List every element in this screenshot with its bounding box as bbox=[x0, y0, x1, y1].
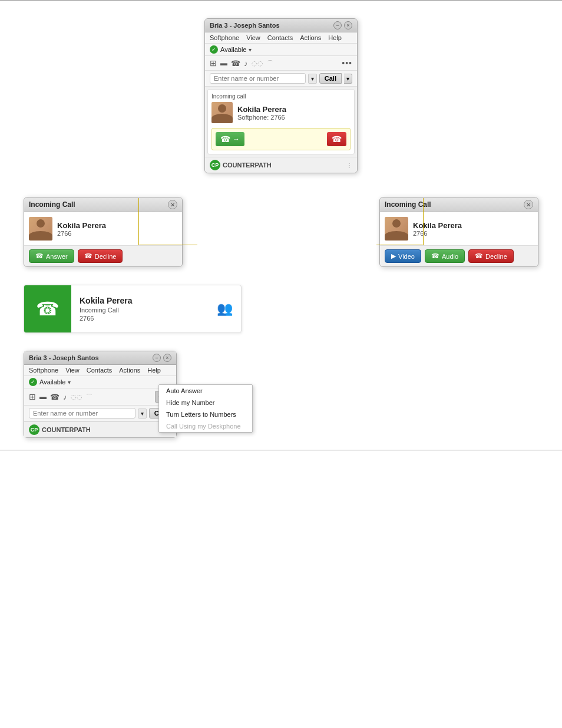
call-forward-icon[interactable]: ⌒ bbox=[267, 59, 273, 68]
voicemail-icon[interactable]: ◌◌ bbox=[252, 60, 263, 67]
bottom-menu-actions[interactable]: Actions bbox=[119, 367, 140, 374]
notification-banner: ☎ Kokila Perera Incoming Call 2766 👥 bbox=[24, 285, 242, 333]
bottom-speaker-icon[interactable]: ♪ bbox=[63, 393, 67, 401]
status-bar: Available ▾ bbox=[205, 44, 357, 56]
banner-icon-area: ☎ bbox=[24, 285, 71, 332]
bottom-softphone-window: Bria 3 - Joseph Santos − × Softphone Vie… bbox=[24, 351, 177, 438]
top-section: Bria 3 - Joseph Santos − × Softphone Vie… bbox=[0, 1, 562, 185]
speaker-icon[interactable]: ♪ bbox=[244, 59, 248, 68]
bottom-dial-dropdown-arrow[interactable]: ▾ bbox=[138, 409, 147, 419]
more-options-button[interactable]: ••• bbox=[342, 58, 352, 68]
bottom-menu-view[interactable]: View bbox=[65, 367, 80, 374]
menu-contacts[interactable]: Contacts bbox=[267, 34, 293, 41]
popup-audio-button[interactable]: ☎ Audio bbox=[425, 249, 465, 263]
bottom-minimize-button[interactable]: − bbox=[153, 354, 161, 362]
bottom-divider bbox=[0, 450, 562, 450]
status-dropdown-arrow[interactable]: ▾ bbox=[249, 47, 252, 53]
menu-softphone[interactable]: Softphone bbox=[210, 34, 239, 41]
popup-video-button[interactable]: ▶ Video bbox=[385, 249, 421, 263]
left-popup-buttons: ☎ Answer ☎ Decline bbox=[24, 245, 182, 266]
bottom-status-dropdown-arrow[interactable]: ▾ bbox=[68, 379, 71, 386]
bottom-status-label: Available bbox=[39, 378, 65, 386]
bottom-status-dot-icon bbox=[29, 378, 37, 386]
caller-avatar bbox=[211, 102, 233, 123]
popup-right-decline-button[interactable]: ☎ Decline bbox=[468, 249, 514, 263]
left-popup-title: Incoming Call bbox=[29, 200, 75, 209]
avatar-image bbox=[211, 102, 233, 123]
status-dot-icon bbox=[210, 45, 218, 54]
video-icon[interactable]: ▬ bbox=[220, 59, 227, 67]
right-popup-avatar bbox=[385, 217, 408, 241]
decline-button[interactable]: ☎ bbox=[327, 132, 346, 146]
banner-phone-icon: ☎ bbox=[36, 298, 59, 320]
left-popup-caller-name: Kokila Perera bbox=[57, 221, 106, 230]
bottom-video-icon[interactable]: ▬ bbox=[39, 393, 47, 401]
softphone-title: Bria 3 - Joseph Santos bbox=[210, 22, 280, 29]
close-button[interactable]: × bbox=[344, 21, 352, 29]
bottom-counterpath-logo: CP COUNTERPATH bbox=[29, 424, 91, 435]
dropdown-menu: Auto Answer Hide my Number Turn Letters … bbox=[158, 384, 253, 433]
main-softphone-window: Bria 3 - Joseph Santos − × Softphone Vie… bbox=[204, 18, 358, 173]
dropdown-turn-letters[interactable]: Turn Letters to Numbers bbox=[159, 409, 252, 420]
left-arrow-line bbox=[138, 198, 197, 245]
answer-arrow-icon: → bbox=[233, 135, 240, 143]
bottom-softphone-toolbar: ⊞ ▬ ☎ ♪ ◌◌ ⌒ ••• bbox=[24, 388, 176, 406]
counterpath-logo: CP COUNTERPATH bbox=[210, 160, 272, 170]
popup-right-decline-phone-icon: ☎ bbox=[475, 252, 483, 260]
popup-audio-phone-icon: ☎ bbox=[431, 252, 439, 260]
call-dropdown-button[interactable]: ▾ bbox=[344, 74, 352, 84]
dropdown-auto-answer[interactable]: Auto Answer bbox=[159, 385, 252, 397]
softphone-footer: CP COUNTERPATH ⋮ bbox=[205, 157, 357, 173]
softphone-menubar: Softphone View Contacts Actions Help bbox=[205, 32, 357, 44]
caller-name: Kokila Perera bbox=[237, 105, 286, 114]
left-popup-avatar-img bbox=[29, 217, 52, 241]
bottom-menu-softphone[interactable]: Softphone bbox=[29, 367, 58, 374]
bottom-softphone-title: Bria 3 - Joseph Santos bbox=[29, 354, 99, 361]
banner-section: ☎ Kokila Perera Incoming Call 2766 👥 bbox=[0, 279, 562, 345]
dialpad-icon[interactable]: ⊞ bbox=[210, 58, 217, 68]
popup-right-decline-label: Decline bbox=[485, 253, 507, 260]
minimize-button[interactable]: − bbox=[333, 21, 342, 29]
left-popup-caller-number: 2766 bbox=[57, 230, 106, 237]
popup-decline-button[interactable]: ☎ Decline bbox=[78, 249, 123, 263]
menu-view[interactable]: View bbox=[246, 34, 260, 41]
answer-button[interactable]: ☎ → bbox=[216, 132, 244, 146]
bottom-status-bar: Available ▾ bbox=[24, 376, 176, 388]
popup-video-icon: ▶ bbox=[391, 252, 396, 260]
dial-input[interactable] bbox=[210, 73, 306, 84]
bottom-voicemail-icon[interactable]: ◌◌ bbox=[71, 393, 82, 401]
bottom-menu-contacts[interactable]: Contacts bbox=[87, 367, 112, 374]
dropdown-hide-number[interactable]: Hide my Number bbox=[159, 397, 252, 409]
popup-answer-phone-icon: ☎ bbox=[35, 252, 44, 260]
bottom-cp-icon: CP bbox=[29, 424, 39, 435]
bottom-close-button[interactable]: × bbox=[163, 354, 171, 362]
left-popup-avatar bbox=[29, 217, 52, 241]
incoming-call-label: Incoming call bbox=[211, 93, 351, 100]
phone-icon[interactable]: ☎ bbox=[231, 59, 240, 68]
popup-video-label: Video bbox=[398, 253, 415, 260]
menu-actions[interactable]: Actions bbox=[300, 34, 321, 41]
bottom-brand-name: COUNTERPATH bbox=[42, 426, 91, 433]
bottom-window-buttons: − × bbox=[153, 354, 171, 362]
dial-dropdown-arrow[interactable]: ▾ bbox=[308, 74, 317, 84]
bottom-dialpad-icon[interactable]: ⊞ bbox=[29, 392, 36, 401]
caller-details: Kokila Perera Softphone: 2766 bbox=[237, 105, 286, 121]
bottom-dial-input[interactable] bbox=[29, 408, 135, 419]
popup-decline-phone-icon: ☎ bbox=[84, 252, 92, 260]
bottom-menu-help[interactable]: Help bbox=[147, 367, 161, 374]
menu-help[interactable]: Help bbox=[328, 34, 342, 41]
softphone-toolbar: ⊞ ▬ ☎ ♪ ◌◌ ⌒ ••• bbox=[205, 56, 357, 71]
bottom-dial-bar: ▾ Call bbox=[24, 406, 176, 421]
left-popup-caller-details: Kokila Perera 2766 bbox=[57, 221, 106, 237]
cp-icon: CP bbox=[210, 160, 220, 170]
right-popup-body: Kokila Perera 2766 bbox=[380, 212, 538, 245]
popup-answer-button[interactable]: ☎ Answer bbox=[29, 249, 74, 263]
call-button[interactable]: Call bbox=[319, 73, 342, 84]
bottom-softphone-footer: CP COUNTERPATH bbox=[24, 421, 176, 437]
right-popup-close-button[interactable]: ✕ bbox=[524, 200, 533, 209]
bottom-call-forward-icon[interactable]: ⌒ bbox=[86, 393, 92, 401]
popup-audio-label: Audio bbox=[442, 253, 458, 260]
dial-bar: ▾ Call ▾ bbox=[205, 71, 357, 87]
bottom-phone-icon[interactable]: ☎ bbox=[50, 393, 59, 401]
middle-section: Incoming Call ✕ Kokila Perera 2766 ☎ Ans… bbox=[0, 185, 562, 279]
